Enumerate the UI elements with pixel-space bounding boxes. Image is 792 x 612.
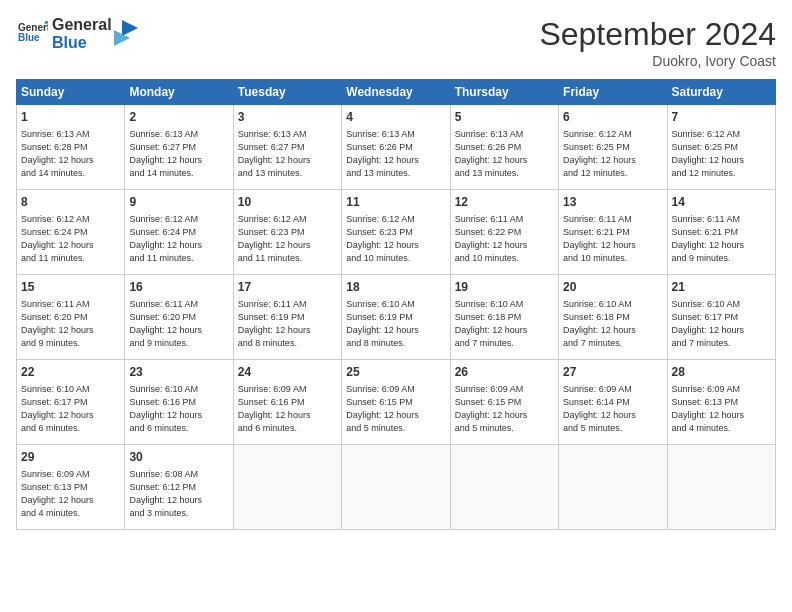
- header-wednesday: Wednesday: [342, 80, 450, 105]
- day-info: Sunrise: 6:09 AM Sunset: 6:16 PM Dayligh…: [238, 383, 337, 435]
- table-row: [233, 445, 341, 530]
- day-number: 22: [21, 364, 120, 381]
- table-row: 4Sunrise: 6:13 AM Sunset: 6:26 PM Daylig…: [342, 105, 450, 190]
- day-number: 18: [346, 279, 445, 296]
- day-info: Sunrise: 6:10 AM Sunset: 6:17 PM Dayligh…: [672, 298, 771, 350]
- day-info: Sunrise: 6:12 AM Sunset: 6:25 PM Dayligh…: [672, 128, 771, 180]
- logo-line1: General: [52, 16, 112, 34]
- table-row: 13Sunrise: 6:11 AM Sunset: 6:21 PM Dayli…: [559, 190, 667, 275]
- day-info: Sunrise: 6:10 AM Sunset: 6:17 PM Dayligh…: [21, 383, 120, 435]
- day-number: 16: [129, 279, 228, 296]
- table-row: 14Sunrise: 6:11 AM Sunset: 6:21 PM Dayli…: [667, 190, 775, 275]
- logo-line2: Blue: [52, 34, 112, 52]
- table-row: 8Sunrise: 6:12 AM Sunset: 6:24 PM Daylig…: [17, 190, 125, 275]
- day-info: Sunrise: 6:13 AM Sunset: 6:26 PM Dayligh…: [346, 128, 445, 180]
- header-friday: Friday: [559, 80, 667, 105]
- day-number: 14: [672, 194, 771, 211]
- day-number: 2: [129, 109, 228, 126]
- day-number: 19: [455, 279, 554, 296]
- day-info: Sunrise: 6:09 AM Sunset: 6:13 PM Dayligh…: [21, 468, 120, 520]
- table-row: 20Sunrise: 6:10 AM Sunset: 6:18 PM Dayli…: [559, 275, 667, 360]
- table-row: 24Sunrise: 6:09 AM Sunset: 6:16 PM Dayli…: [233, 360, 341, 445]
- table-row: 2Sunrise: 6:13 AM Sunset: 6:27 PM Daylig…: [125, 105, 233, 190]
- table-row: 27Sunrise: 6:09 AM Sunset: 6:14 PM Dayli…: [559, 360, 667, 445]
- day-number: 6: [563, 109, 662, 126]
- day-info: Sunrise: 6:11 AM Sunset: 6:21 PM Dayligh…: [672, 213, 771, 265]
- day-info: Sunrise: 6:11 AM Sunset: 6:21 PM Dayligh…: [563, 213, 662, 265]
- table-row: 12Sunrise: 6:11 AM Sunset: 6:22 PM Dayli…: [450, 190, 558, 275]
- day-number: 9: [129, 194, 228, 211]
- day-info: Sunrise: 6:11 AM Sunset: 6:20 PM Dayligh…: [129, 298, 228, 350]
- table-row: 23Sunrise: 6:10 AM Sunset: 6:16 PM Dayli…: [125, 360, 233, 445]
- svg-text:Blue: Blue: [18, 31, 40, 42]
- day-number: 26: [455, 364, 554, 381]
- day-number: 11: [346, 194, 445, 211]
- day-number: 4: [346, 109, 445, 126]
- table-row: 28Sunrise: 6:09 AM Sunset: 6:13 PM Dayli…: [667, 360, 775, 445]
- day-number: 28: [672, 364, 771, 381]
- svg-marker-4: [122, 20, 138, 36]
- day-number: 13: [563, 194, 662, 211]
- header-tuesday: Tuesday: [233, 80, 341, 105]
- logo-arrow: [114, 20, 138, 48]
- day-number: 21: [672, 279, 771, 296]
- table-row: 15Sunrise: 6:11 AM Sunset: 6:20 PM Dayli…: [17, 275, 125, 360]
- day-number: 23: [129, 364, 228, 381]
- table-row: 19Sunrise: 6:10 AM Sunset: 6:18 PM Dayli…: [450, 275, 558, 360]
- header-sunday: Sunday: [17, 80, 125, 105]
- table-row: 17Sunrise: 6:11 AM Sunset: 6:19 PM Dayli…: [233, 275, 341, 360]
- logo-icon: General Blue: [18, 17, 48, 47]
- day-number: 15: [21, 279, 120, 296]
- day-info: Sunrise: 6:10 AM Sunset: 6:19 PM Dayligh…: [346, 298, 445, 350]
- table-row: 1Sunrise: 6:13 AM Sunset: 6:28 PM Daylig…: [17, 105, 125, 190]
- day-info: Sunrise: 6:11 AM Sunset: 6:19 PM Dayligh…: [238, 298, 337, 350]
- table-row: [450, 445, 558, 530]
- calendar-week-row: 1Sunrise: 6:13 AM Sunset: 6:28 PM Daylig…: [17, 105, 776, 190]
- day-number: 7: [672, 109, 771, 126]
- page-header: General Blue General Blue September 2024…: [16, 16, 776, 69]
- svg-text:General: General: [18, 21, 48, 32]
- day-number: 8: [21, 194, 120, 211]
- header-saturday: Saturday: [667, 80, 775, 105]
- calendar-week-row: 29Sunrise: 6:09 AM Sunset: 6:13 PM Dayli…: [17, 445, 776, 530]
- day-number: 20: [563, 279, 662, 296]
- month-title: September 2024: [539, 16, 776, 53]
- day-info: Sunrise: 6:11 AM Sunset: 6:22 PM Dayligh…: [455, 213, 554, 265]
- table-row: 26Sunrise: 6:09 AM Sunset: 6:15 PM Dayli…: [450, 360, 558, 445]
- logo: General Blue General Blue: [16, 16, 138, 51]
- day-info: Sunrise: 6:13 AM Sunset: 6:27 PM Dayligh…: [238, 128, 337, 180]
- day-number: 17: [238, 279, 337, 296]
- day-info: Sunrise: 6:13 AM Sunset: 6:28 PM Dayligh…: [21, 128, 120, 180]
- day-info: Sunrise: 6:12 AM Sunset: 6:23 PM Dayligh…: [346, 213, 445, 265]
- table-row: 6Sunrise: 6:12 AM Sunset: 6:25 PM Daylig…: [559, 105, 667, 190]
- day-number: 10: [238, 194, 337, 211]
- day-info: Sunrise: 6:12 AM Sunset: 6:23 PM Dayligh…: [238, 213, 337, 265]
- day-info: Sunrise: 6:13 AM Sunset: 6:27 PM Dayligh…: [129, 128, 228, 180]
- table-row: 18Sunrise: 6:10 AM Sunset: 6:19 PM Dayli…: [342, 275, 450, 360]
- table-row: 25Sunrise: 6:09 AM Sunset: 6:15 PM Dayli…: [342, 360, 450, 445]
- calendar-header-row: Sunday Monday Tuesday Wednesday Thursday…: [17, 80, 776, 105]
- day-number: 25: [346, 364, 445, 381]
- table-row: 29Sunrise: 6:09 AM Sunset: 6:13 PM Dayli…: [17, 445, 125, 530]
- day-info: Sunrise: 6:10 AM Sunset: 6:18 PM Dayligh…: [563, 298, 662, 350]
- calendar-week-row: 8Sunrise: 6:12 AM Sunset: 6:24 PM Daylig…: [17, 190, 776, 275]
- day-number: 5: [455, 109, 554, 126]
- day-info: Sunrise: 6:09 AM Sunset: 6:13 PM Dayligh…: [672, 383, 771, 435]
- title-block: September 2024 Duokro, Ivory Coast: [539, 16, 776, 69]
- day-info: Sunrise: 6:12 AM Sunset: 6:25 PM Dayligh…: [563, 128, 662, 180]
- day-number: 30: [129, 449, 228, 466]
- day-number: 24: [238, 364, 337, 381]
- day-info: Sunrise: 6:13 AM Sunset: 6:26 PM Dayligh…: [455, 128, 554, 180]
- day-number: 3: [238, 109, 337, 126]
- table-row: 11Sunrise: 6:12 AM Sunset: 6:23 PM Dayli…: [342, 190, 450, 275]
- table-row: 16Sunrise: 6:11 AM Sunset: 6:20 PM Dayli…: [125, 275, 233, 360]
- table-row: 10Sunrise: 6:12 AM Sunset: 6:23 PM Dayli…: [233, 190, 341, 275]
- day-info: Sunrise: 6:10 AM Sunset: 6:18 PM Dayligh…: [455, 298, 554, 350]
- day-info: Sunrise: 6:08 AM Sunset: 6:12 PM Dayligh…: [129, 468, 228, 520]
- day-info: Sunrise: 6:12 AM Sunset: 6:24 PM Dayligh…: [129, 213, 228, 265]
- day-info: Sunrise: 6:09 AM Sunset: 6:14 PM Dayligh…: [563, 383, 662, 435]
- day-info: Sunrise: 6:09 AM Sunset: 6:15 PM Dayligh…: [455, 383, 554, 435]
- table-row: [342, 445, 450, 530]
- table-row: 7Sunrise: 6:12 AM Sunset: 6:25 PM Daylig…: [667, 105, 775, 190]
- table-row: [667, 445, 775, 530]
